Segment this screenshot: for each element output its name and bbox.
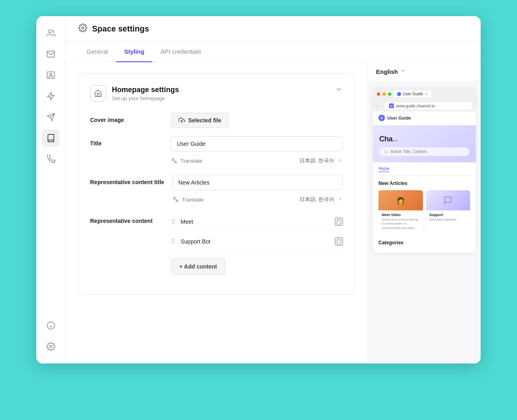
browser-tab: User Guide ✕ xyxy=(394,90,431,97)
add-content-label: + Add content xyxy=(179,263,217,270)
title-translate-row[interactable]: Translate 日本語, 한국어 xyxy=(171,155,343,167)
rep-content-field: ⠿ Meet ⠿ Support Bot xyxy=(171,214,343,275)
card-subtitle: Set up your homepage xyxy=(112,95,179,101)
svg-point-3 xyxy=(50,73,52,76)
title-field: Translate 日本語, 한국어 xyxy=(171,136,343,167)
svg-point-12 xyxy=(385,150,387,153)
article-img-support xyxy=(426,190,471,210)
preview-hero: Cha... Article Title, Content xyxy=(373,125,476,162)
title-label: Title xyxy=(90,136,163,147)
svg-rect-2 xyxy=(47,72,54,79)
article-body-support: Support Decrease inquiries... xyxy=(426,210,471,224)
cover-image-row: Cover image Selected file xyxy=(90,113,343,128)
page-header: Space settings xyxy=(65,16,481,42)
browser-bar: User Guide ✕ xyxy=(373,88,476,100)
tab-api-credentials[interactable]: API credentials xyxy=(152,42,209,62)
article-name-meet-video: Meet Video xyxy=(382,213,420,217)
svg-point-6 xyxy=(47,322,54,329)
rep-content-title-label: Representative content title xyxy=(90,175,164,185)
sidebar xyxy=(36,16,65,363)
preview-article-support: Support Decrease inquiries... xyxy=(426,190,471,233)
cover-image-label: Cover image xyxy=(90,113,163,123)
preview-categories-section: Categories xyxy=(373,237,476,253)
article-desc-meet-video: Share your screen during a conversation … xyxy=(382,218,420,230)
main-content: Space settings General Styling API crede… xyxy=(65,16,481,363)
sidebar-item-face[interactable] xyxy=(42,317,60,334)
preview-new-articles-title: New Articles xyxy=(378,181,470,186)
sidebar-item-phone[interactable] xyxy=(42,150,60,168)
sidebar-item-lightning[interactable] xyxy=(42,87,60,105)
settings-icon xyxy=(78,23,87,34)
forward-arrow-icon: › xyxy=(381,103,382,109)
article-name-support: Support xyxy=(429,213,467,217)
content-item-support-bot: ⠿ Support Bot xyxy=(171,233,343,250)
delete-support-bot-button[interactable] xyxy=(335,237,343,246)
drag-handle-support-bot[interactable]: ⠿ xyxy=(171,238,176,246)
tabs-bar: General Styling API credentials xyxy=(65,42,481,62)
homepage-settings-card: Homepage settings Set up your homepage C… xyxy=(78,74,355,295)
svg-point-10 xyxy=(82,27,84,29)
article-body-meet-video: Meet Video Share your screen during a co… xyxy=(378,210,423,233)
content-item-meet-name: Meet xyxy=(181,218,330,225)
tab-general[interactable]: General xyxy=(78,42,116,62)
drag-handle-meet[interactable]: ⠿ xyxy=(171,218,176,226)
browser-url-bar: ‹ › U www.guide.channel.io xyxy=(373,100,476,111)
svg-point-0 xyxy=(48,30,51,33)
translate-chevron-icon-1 xyxy=(337,158,343,164)
preview-lang-bar: English xyxy=(368,62,481,81)
svg-point-9 xyxy=(50,345,52,348)
search-placeholder: Article Title, Content xyxy=(391,149,427,154)
site-url-label: www.guide.channel.io xyxy=(396,104,435,108)
preview-new-articles-section: New Articles 👩 Meet Video Share your scr… xyxy=(373,176,476,237)
body-layout: Homepage settings Set up your homepage C… xyxy=(65,62,481,363)
card-header: Homepage settings Set up your homepage xyxy=(90,85,343,101)
settings-panel: Homepage settings Set up your homepage C… xyxy=(65,62,368,363)
rep-content-row: Representative content ⠿ Meet ⠿ xyxy=(90,214,343,275)
sidebar-item-knowledge[interactable] xyxy=(42,129,60,147)
cover-image-button[interactable]: Selected file xyxy=(171,113,229,128)
back-arrow-icon: ‹ xyxy=(377,103,378,109)
delete-meet-button[interactable] xyxy=(335,218,343,226)
translate-langs-1: 日本語, 한국어 xyxy=(300,157,334,164)
browser-tab-close-icon[interactable]: ✕ xyxy=(425,92,428,96)
translate-label-2: Translate xyxy=(182,197,204,203)
sidebar-item-users[interactable] xyxy=(42,24,60,42)
title-input[interactable] xyxy=(171,136,343,151)
content-item-support-bot-name: Support Bot xyxy=(181,238,330,245)
article-desc-support: Decrease inquiries... xyxy=(429,218,467,222)
rep-content-title-input[interactable] xyxy=(172,175,343,190)
cover-image-field: Selected file xyxy=(171,113,343,128)
site-favicon: U xyxy=(378,115,385,121)
preview-article-meet-video: 👩 Meet Video Share your screen during a … xyxy=(378,190,423,233)
preview-browser: User Guide ✕ ‹ › U www.guide.channel.io xyxy=(373,88,476,253)
preview-nav-home[interactable]: Home xyxy=(378,166,389,172)
sidebar-item-settings[interactable] xyxy=(42,338,60,355)
page-title: Space settings xyxy=(92,24,149,34)
preview-search-bar[interactable]: Article Title, Content xyxy=(379,147,469,156)
card-title: Homepage settings xyxy=(112,86,179,94)
preview-panel: English User Guide ✕ xyxy=(368,62,481,363)
home-icon xyxy=(90,85,106,101)
rep-content-translate-row[interactable]: Translate 日本語, 한국어 xyxy=(172,193,343,206)
preview-lang-chevron-icon[interactable] xyxy=(400,68,406,75)
preview-lang-label: English xyxy=(376,68,398,75)
tab-styling[interactable]: Styling xyxy=(116,42,152,62)
rep-content-title-field: Translate 日本語, 한국어 xyxy=(172,175,343,206)
rep-content-label: Representative content xyxy=(90,214,163,224)
preview-hero-title: Cha... xyxy=(379,135,398,143)
content-item-meet: ⠿ Meet xyxy=(171,214,343,230)
title-row: Title Translate 日本語, 한국어 xyxy=(90,136,343,167)
site-name: User Guide xyxy=(387,116,411,120)
preview-articles-list: 👩 Meet Video Share your screen during a … xyxy=(378,190,470,233)
sidebar-item-send[interactable] xyxy=(42,108,60,126)
card-title-text: Homepage settings Set up your homepage xyxy=(112,86,179,101)
browser-tab-label: User Guide xyxy=(403,92,423,96)
svg-line-13 xyxy=(387,152,388,153)
sidebar-item-contacts[interactable] xyxy=(42,66,60,84)
preview-categories-title: Categories xyxy=(378,240,470,246)
add-content-button[interactable]: + Add content xyxy=(171,258,225,275)
preview-site-header: U User Guide xyxy=(373,111,476,121)
sidebar-item-inbox[interactable] xyxy=(42,45,60,63)
collapse-chevron-icon[interactable] xyxy=(335,85,343,95)
cover-image-btn-label: Selected file xyxy=(188,117,221,124)
